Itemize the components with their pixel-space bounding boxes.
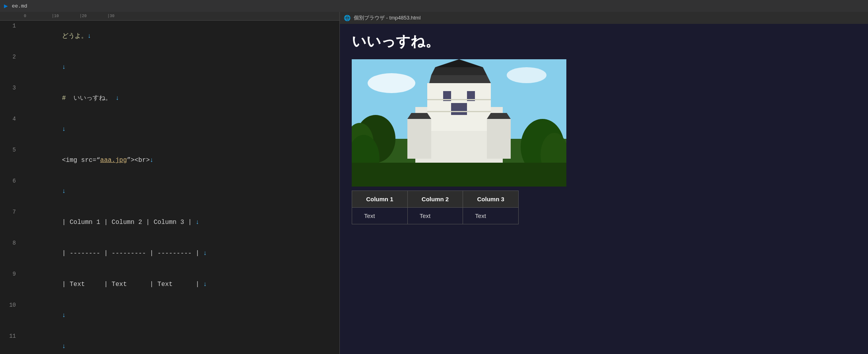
editor-panel: 0 |10 |20 |30 1 どうよ。↓ 2 ↓: [0, 12, 340, 354]
browser-icon: 🌐: [344, 15, 351, 21]
line2-arrow: ↓: [62, 64, 66, 71]
line-num-3: 3: [0, 83, 22, 93]
browser-table: Column 1 Column 2 Column 3 Text Text Tex…: [352, 191, 519, 224]
line-content-8[interactable]: | -------- | --------- | --------- | ↓: [22, 238, 339, 269]
svg-rect-16: [407, 119, 431, 159]
browser-heading: いいっすね。: [352, 32, 856, 51]
line1-text: どうよ。: [62, 33, 87, 40]
svg-rect-13: [451, 103, 467, 115]
table-header-col2: Column 2: [407, 191, 463, 208]
line3-arrow: ↓: [115, 95, 119, 102]
ruler-10: |10: [52, 14, 79, 18]
code-line-9: 9 | Text | Text | Text | ↓: [0, 269, 339, 300]
editor-content[interactable]: 1 どうよ。↓ 2 ↓ 3 # いいっすね。 ↓: [0, 21, 339, 354]
line-content-1[interactable]: どうよ。↓: [22, 21, 339, 52]
code-line-1: 1 どうよ。↓: [0, 21, 339, 52]
browser-titlebar: 🌐 個別ブラウザ - tmp4853.html: [340, 12, 868, 24]
svg-rect-15: [427, 111, 491, 112]
line-content-9[interactable]: | Text | Text | Text | ↓: [22, 269, 339, 300]
line-num-10: 10: [0, 300, 22, 310]
line-num-1: 1: [0, 21, 22, 31]
table-header-row: Column 1 Column 2 Column 3: [352, 191, 519, 208]
browser-castle-image: [352, 59, 566, 187]
svg-marker-18: [407, 113, 431, 119]
table-cell-1-1: Text: [352, 208, 408, 224]
code-line-5: 5 <img src=“aaa.jpg”><br>↓: [0, 145, 339, 176]
line-content-5[interactable]: <img src=“aaa.jpg”><br>↓: [22, 145, 339, 176]
line7-col3: Column 3: [153, 219, 184, 226]
svg-rect-14: [427, 99, 491, 100]
line-content-7[interactable]: | Column 1 | Column 2 | Column 3 | ↓: [22, 207, 339, 238]
line-num-8: 8: [0, 238, 22, 248]
title-bar: ▶ ee.md: [0, 0, 868, 12]
line8-sep: | -------- | --------- | --------- |: [62, 250, 200, 257]
svg-rect-17: [487, 119, 511, 159]
code-line-7: 7 | Column 1 | Column 2 | Column 3 | ↓: [0, 207, 339, 238]
line5-tag-close: ”><br>: [127, 157, 150, 164]
line5-tag-open: <img src=“: [62, 157, 100, 164]
main-layout: 0 |10 |20 |30 1 どうよ。↓ 2 ↓: [0, 12, 868, 354]
ruler-30: |30: [107, 14, 135, 18]
line4-arrow: ↓: [62, 126, 66, 133]
line-content-4[interactable]: ↓: [22, 114, 339, 145]
svg-rect-23: [352, 163, 566, 187]
line-content-2[interactable]: ↓: [22, 52, 339, 83]
ruler: 0 |10 |20 |30: [0, 12, 339, 21]
table-cell-1-2: Text: [407, 208, 463, 224]
svg-point-1: [368, 73, 415, 93]
line-num-2: 2: [0, 52, 22, 62]
line-num-7: 7: [0, 207, 22, 217]
code-line-3: 3 # いいっすね。 ↓: [0, 83, 339, 114]
line-num-5: 5: [0, 145, 22, 155]
table-data-row: Text Text Text: [352, 208, 519, 224]
table-header-col3: Column 3: [463, 191, 519, 208]
line5-src: aaa.jpg: [100, 157, 127, 164]
line7-pipe4: |: [184, 219, 192, 226]
line7-pipe2: |: [100, 219, 112, 226]
line11-arrow: ↓: [62, 343, 66, 350]
ruler-20: |20: [79, 14, 107, 18]
line-content-11[interactable]: ↓: [22, 331, 339, 354]
line6-arrow: ↓: [62, 188, 66, 195]
line7-col2: Column 2: [112, 219, 142, 226]
table-cell-1-3: Text: [463, 208, 519, 224]
code-line-4: 4 ↓: [0, 114, 339, 145]
line1-arrow: ↓: [87, 33, 91, 40]
ruler-0: 0: [24, 14, 52, 18]
line7-pipe3: |: [142, 219, 154, 226]
line5-arrow: ↓: [150, 157, 154, 164]
table-header-col1: Column 1: [352, 191, 408, 208]
svg-marker-19: [487, 113, 511, 119]
line3-text: いいっすね。: [70, 95, 115, 102]
line-content-3[interactable]: # いいっすね。 ↓: [22, 83, 339, 114]
line-num-6: 6: [0, 176, 22, 186]
line9-arrow: ↓: [200, 281, 207, 288]
line-content-10[interactable]: ↓: [22, 300, 339, 331]
browser-panel: 🌐 個別ブラウザ - tmp4853.html いいっすね。: [340, 12, 868, 354]
app-title: ee.md: [12, 3, 27, 9]
line10-arrow: ↓: [62, 312, 66, 319]
svg-marker-8: [429, 75, 491, 83]
line-num-9: 9: [0, 269, 22, 279]
line7-arrow: ↓: [192, 219, 199, 226]
code-line-6: 6 ↓: [0, 176, 339, 207]
code-line-2: 2 ↓: [0, 52, 339, 83]
browser-content: いいっすね。: [340, 24, 868, 354]
line-num-4: 4: [0, 114, 22, 124]
line3-hash: #: [62, 95, 70, 102]
svg-marker-9: [431, 67, 487, 75]
line-content-6[interactable]: ↓: [22, 176, 339, 207]
line8-arrow: ↓: [200, 250, 207, 257]
code-line-10: 10 ↓: [0, 300, 339, 331]
ruler-marks: 0 |10 |20 |30: [24, 14, 135, 18]
line7-pipe1: |: [62, 219, 70, 226]
code-line-11: 11 ↓: [0, 331, 339, 354]
line-num-11: 11: [0, 331, 22, 341]
line7-col1: Column 1: [70, 219, 100, 226]
line9-data: | Text | Text | Text |: [62, 281, 200, 288]
browser-title: 個別ブラウザ - tmp4853.html: [354, 14, 420, 21]
app-logo: ▶: [4, 2, 8, 10]
code-line-8: 8 | -------- | --------- | --------- | ↓: [0, 238, 339, 269]
svg-point-2: [507, 67, 546, 83]
